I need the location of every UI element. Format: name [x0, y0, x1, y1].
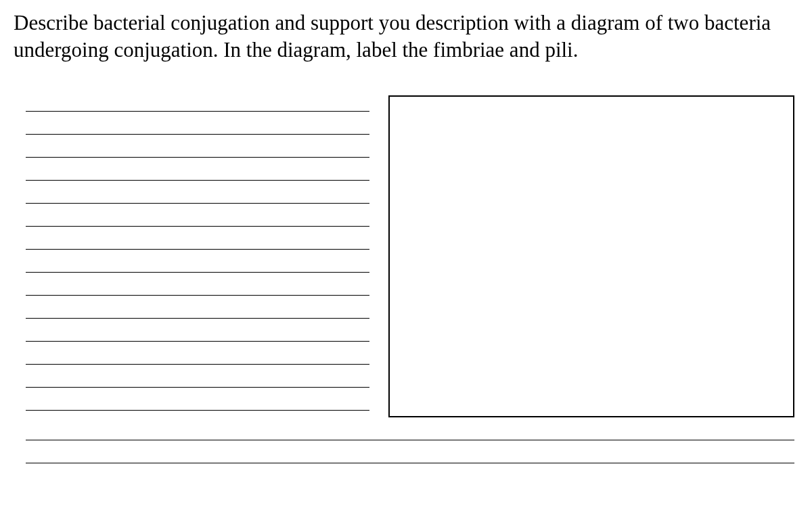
writing-line[interactable]	[26, 250, 369, 273]
writing-line[interactable]	[26, 440, 794, 463]
work-area	[14, 89, 798, 417]
writing-line[interactable]	[26, 296, 369, 319]
writing-line[interactable]	[26, 365, 369, 388]
diagram-box[interactable]	[388, 95, 794, 417]
writing-line[interactable]	[26, 181, 369, 204]
answer-lines-left	[26, 89, 369, 411]
writing-line[interactable]	[26, 388, 369, 411]
writing-line[interactable]	[26, 417, 794, 440]
writing-line[interactable]	[26, 89, 369, 112]
writing-line[interactable]	[26, 342, 369, 365]
writing-line[interactable]	[26, 273, 369, 296]
writing-line[interactable]	[26, 227, 369, 250]
writing-line[interactable]	[26, 135, 369, 158]
question-prompt: Describe bacterial conjugation and suppo…	[14, 9, 798, 64]
writing-line[interactable]	[26, 112, 369, 135]
answer-lines-bottom	[14, 417, 798, 463]
writing-line[interactable]	[26, 319, 369, 342]
writing-line[interactable]	[26, 158, 369, 181]
writing-line[interactable]	[26, 204, 369, 227]
